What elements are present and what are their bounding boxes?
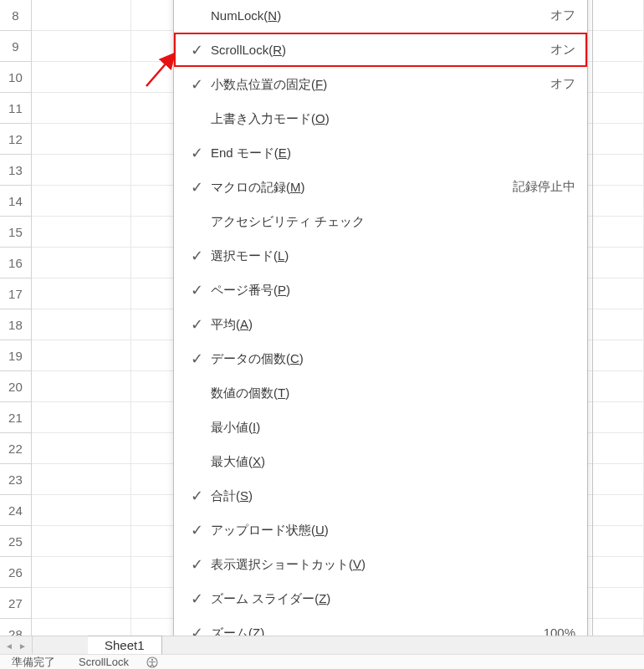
row-header[interactable]: 23 [0, 464, 32, 495]
row-header[interactable]: 15 [0, 217, 32, 248]
cell[interactable] [32, 217, 132, 248]
menu-item-status: 記録停止中 [513, 179, 575, 195]
row-header[interactable]: 10 [0, 62, 32, 93]
check-icon: ✓ [191, 178, 211, 197]
menu-item-label: 合計(S) [211, 489, 575, 502]
menu-item[interactable]: ✓データの個数(C) [174, 341, 587, 375]
menu-item[interactable]: ✓合計(S) [174, 478, 587, 513]
row-header[interactable]: 21 [0, 402, 32, 433]
cell[interactable] [32, 340, 132, 371]
menu-item[interactable]: 最小値(I) [174, 410, 587, 444]
menu-item[interactable]: ✓表示選択ショートカット(V) [174, 547, 587, 581]
cell[interactable] [32, 464, 132, 495]
row-header[interactable]: 14 [0, 186, 32, 217]
sheet-tab-active[interactable]: Sheet1 [88, 636, 162, 655]
cell[interactable] [32, 278, 132, 309]
cell[interactable] [32, 309, 132, 340]
menu-item-label: アクセシビリティ チェック [211, 215, 575, 227]
row-header[interactable]: 8 [0, 0, 32, 31]
cell[interactable] [32, 0, 132, 31]
menu-item-label: 数値の個数(T) [211, 386, 575, 399]
menu-item-status: オン [550, 42, 575, 58]
menu-item-label: 最大値(X) [211, 455, 575, 467]
status-ready: 準備完了 [12, 655, 55, 670]
statusbar-context-menu[interactable]: NumLock(N)オフ✓ScrollLock(R)オン✓小数点位置の固定(F)… [173, 0, 588, 656]
menu-item[interactable]: NumLock(N)オフ [174, 0, 587, 33]
cell[interactable] [32, 371, 132, 402]
cell[interactable] [32, 557, 132, 588]
menu-item-label: ズーム スライダー(Z) [211, 592, 575, 605]
menu-item-label: End モード(E) [211, 146, 575, 159]
cell[interactable] [32, 433, 132, 464]
menu-item-label: ページ番号(P) [211, 283, 575, 296]
row-header[interactable]: 25 [0, 526, 32, 557]
menu-item[interactable]: ✓End モード(E) [174, 135, 587, 170]
menu-item[interactable]: ✓ページ番号(P) [174, 273, 587, 307]
cell[interactable] [32, 588, 132, 619]
menu-item[interactable]: ✓マクロの記録(M)記録停止中 [174, 170, 587, 204]
menu-item-label: 上書き入力モード(O) [211, 112, 575, 125]
row-header[interactable]: 18 [0, 309, 32, 340]
menu-item[interactable]: ✓ズーム スライダー(Z) [174, 581, 587, 615]
sheet-tab-bar: ◄► Sheet1 [0, 636, 644, 655]
menu-item-status: オフ [550, 8, 575, 23]
menu-item[interactable]: ✓アップロード状態(U) [174, 513, 587, 547]
menu-item[interactable]: ✓平均(A) [174, 307, 587, 341]
menu-item[interactable]: ✓選択モード(L) [174, 238, 587, 273]
cell[interactable] [32, 155, 132, 186]
menu-item[interactable]: アクセシビリティ チェック [174, 204, 587, 238]
menu-item[interactable]: ✓ScrollLock(R)オン [174, 33, 587, 67]
svg-point-2 [151, 658, 153, 660]
cell[interactable] [32, 62, 132, 93]
row-header[interactable]: 22 [0, 433, 32, 464]
cell[interactable] [32, 526, 132, 557]
menu-item-label: ScrollLock(R) [211, 43, 550, 56]
menu-item-label: データの個数(C) [211, 352, 575, 365]
menu-item-label: マクロの記録(M) [211, 181, 513, 193]
check-icon: ✓ [191, 487, 211, 505]
cell[interactable] [32, 124, 132, 155]
check-icon: ✓ [191, 590, 211, 608]
cell[interactable] [32, 31, 132, 62]
cell[interactable] [32, 186, 132, 217]
check-icon: ✓ [191, 555, 211, 574]
row-header[interactable]: 26 [0, 557, 32, 588]
row-header[interactable]: 13 [0, 155, 32, 186]
menu-item[interactable]: 上書き入力モード(O) [174, 101, 587, 135]
row-header[interactable]: 17 [0, 278, 32, 309]
cell[interactable] [32, 93, 132, 124]
row-header[interactable]: 24 [0, 495, 32, 526]
cell[interactable] [32, 495, 132, 526]
menu-item[interactable]: 最大値(X) [174, 444, 587, 478]
cell[interactable] [32, 248, 132, 278]
check-icon: ✓ [191, 41, 211, 59]
column-split-line [592, 0, 593, 637]
row-header[interactable]: 20 [0, 371, 32, 402]
menu-item-label: 最小値(I) [211, 421, 575, 433]
menu-item-status: オフ [550, 76, 575, 92]
row-header[interactable]: 9 [0, 31, 32, 62]
check-icon: ✓ [191, 521, 211, 539]
accessibility-icon[interactable] [146, 656, 159, 669]
row-header[interactable]: 11 [0, 93, 32, 124]
menu-item-label: 小数点位置の固定(F) [211, 78, 550, 90]
separator [32, 636, 33, 655]
status-bar[interactable]: 準備完了 ScrollLock [0, 654, 644, 669]
sheet-nav[interactable]: ◄► [0, 641, 32, 651]
row-header[interactable]: 27 [0, 588, 32, 619]
menu-item-label: 平均(A) [211, 318, 575, 330]
menu-item[interactable]: 数値の個数(T) [174, 375, 587, 410]
cell[interactable] [32, 402, 132, 433]
check-icon: ✓ [191, 350, 211, 368]
row-header[interactable]: 16 [0, 248, 32, 278]
status-scrolllock: ScrollLock [79, 656, 129, 668]
row-header[interactable]: 19 [0, 340, 32, 371]
check-icon: ✓ [191, 75, 211, 94]
menu-item-label: 表示選択ショートカット(V) [211, 558, 575, 570]
menu-item[interactable]: ✓小数点位置の固定(F)オフ [174, 67, 587, 101]
check-icon: ✓ [191, 144, 211, 162]
check-icon: ✓ [191, 281, 211, 299]
menu-item-label: NumLock(N) [211, 9, 550, 22]
row-header[interactable]: 12 [0, 124, 32, 155]
menu-item-label: 選択モード(L) [211, 249, 575, 262]
